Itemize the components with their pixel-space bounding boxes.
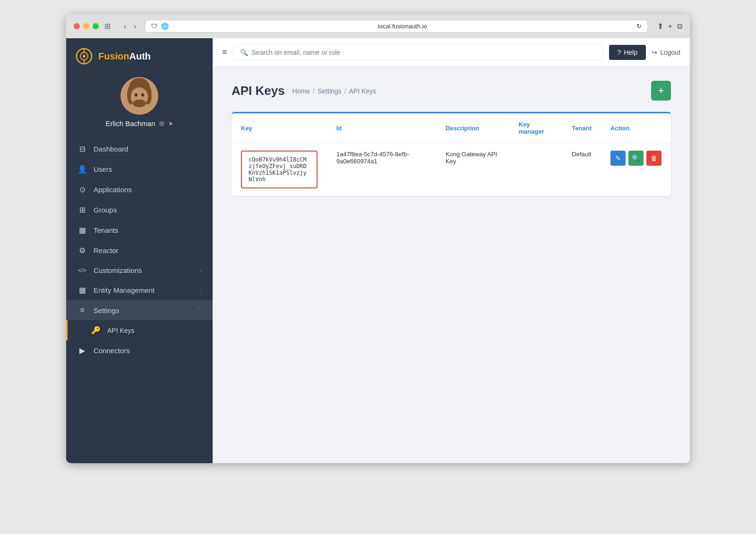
delete-api-key-button[interactable]: 🗑	[646, 151, 662, 166]
browser-actions: ⬆ + ⧉	[657, 22, 682, 31]
customizations-chevron-icon: ‹	[199, 268, 201, 273]
key-manager-cell	[509, 143, 563, 196]
edit-api-key-button[interactable]: ✎	[610, 151, 626, 166]
sidebar-item-label-dashboard: Dashboard	[94, 145, 201, 153]
sidebar-item-entity-management[interactable]: ▦ Entity Management ‹	[66, 280, 213, 300]
reactor-icon: ⚙	[77, 246, 87, 255]
connectors-chevron-icon: ▶	[77, 346, 87, 355]
logout-icon: ↪	[652, 49, 657, 56]
settings-icon: ≡	[77, 306, 87, 314]
page-title-row: API Keys Home / Settings / API Keys	[232, 84, 376, 98]
content-area: API Keys Home / Settings / API Keys +	[213, 67, 690, 463]
user-navigate-icon[interactable]: ➤	[168, 120, 173, 127]
address-bar[interactable]: 🛡 🌐 local.fusionauth.io ↻	[145, 20, 648, 33]
logout-button[interactable]: ↪ Logout	[652, 49, 680, 56]
api-keys-table-card: Key Id Description Key manager Tenant Ac…	[232, 112, 671, 196]
sidebar-item-label-connectors: Connectors	[94, 347, 201, 355]
api-keys-table: Key Id Description Key manager Tenant Ac…	[232, 113, 671, 196]
svg-point-11	[141, 93, 144, 97]
table-body: cQoB7kVu9h4lI8cCMzjfeOyZFevj_suDRDKnVzh1…	[232, 143, 671, 196]
breadcrumb: Home / Settings / API Keys	[292, 87, 376, 95]
view-api-key-button[interactable]: 🔍	[628, 151, 644, 166]
sidebar-item-dashboard[interactable]: ⊟ Dashboard	[66, 139, 213, 159]
breadcrumb-current: API Keys	[349, 87, 376, 95]
sidebar-item-applications[interactable]: ⊙ Applications	[66, 179, 213, 200]
tenant-cell: Default	[562, 143, 601, 196]
column-header-action: Action	[601, 113, 671, 143]
sidebar-item-label-groups: Groups	[94, 206, 201, 214]
sidebar-nav: ⊟ Dashboard 👤 Users ⊙ Applications ⊞ Gro…	[66, 137, 213, 363]
id-cell: 1a47f8ea-5c7d-4576-8efb-9a0e660974a1	[327, 143, 436, 196]
help-label: Help	[624, 49, 637, 56]
sidebar-item-api-keys[interactable]: 🔑 API Keys	[66, 320, 213, 340]
forward-button[interactable]: ›	[131, 21, 139, 32]
avatar	[120, 77, 158, 115]
sidebar: FusionAuth	[66, 38, 213, 463]
minimize-dot[interactable]	[83, 23, 89, 29]
url-text: local.fusionauth.io	[172, 23, 633, 30]
sidebar-item-label-entity-management: Entity Management	[94, 286, 193, 294]
entity-management-chevron-icon: ‹	[199, 288, 201, 293]
sidebar-item-groups[interactable]: ⊞ Groups	[66, 200, 213, 220]
browser-toolbar: ⊞ ‹ › 🛡 🌐 local.fusionauth.io ↻ ⬆ + ⧉	[66, 20, 690, 38]
api-key-id: 1a47f8ea-5c7d-4576-8efb-9a0e660974a1	[336, 151, 409, 165]
breadcrumb-home[interactable]: Home	[292, 87, 310, 95]
new-tab-button[interactable]: +	[668, 22, 672, 31]
help-question-icon: ?	[618, 49, 621, 56]
share-button[interactable]: ⬆	[657, 22, 663, 31]
page-title-section: API Keys Home / Settings / API Keys	[232, 84, 376, 98]
customizations-icon: </>	[77, 267, 87, 274]
action-cell: ✎ 🔍 🗑	[601, 143, 671, 196]
svg-point-2	[83, 55, 86, 58]
api-key-tenant: Default	[572, 151, 591, 158]
search-icon: 🔍	[240, 49, 248, 56]
page-title: API Keys	[232, 84, 285, 98]
back-button[interactable]: ‹	[121, 21, 129, 32]
breadcrumb-sep-1: /	[313, 87, 315, 95]
api-key-description: Kong Gateway API Key	[446, 151, 497, 165]
sidebar-item-tenants[interactable]: ▦ Tenants	[66, 220, 213, 240]
svg-point-10	[135, 93, 137, 97]
search-container: 🔍	[233, 44, 603, 60]
action-buttons: ✎ 🔍 🗑	[610, 151, 662, 166]
sidebar-item-label-api-keys: API Keys	[107, 327, 201, 334]
shield-icon: 🛡	[151, 23, 157, 30]
close-dot[interactable]	[74, 23, 80, 29]
avatar-image	[120, 77, 158, 115]
breadcrumb-settings[interactable]: Settings	[318, 87, 342, 95]
menu-toggle-button[interactable]: ≡	[222, 47, 227, 57]
globe-icon: 🌐	[161, 23, 169, 30]
description-cell: Kong Gateway API Key	[436, 143, 509, 196]
sidebar-item-label-tenants: Tenants	[94, 226, 201, 234]
reload-icon[interactable]: ↻	[636, 23, 642, 30]
sidebar-header: FusionAuth	[66, 38, 213, 72]
sidebar-item-connectors[interactable]: ▶ Connectors	[66, 340, 213, 361]
copy-button[interactable]: ⧉	[677, 22, 682, 31]
add-api-key-button[interactable]: +	[651, 81, 671, 101]
groups-icon: ⊞	[77, 205, 87, 214]
app-container: FusionAuth	[66, 38, 690, 463]
api-keys-icon: 🔑	[91, 326, 101, 335]
dashboard-icon: ⊟	[77, 144, 87, 153]
help-button[interactable]: ? Help	[609, 45, 646, 60]
breadcrumb-sep-2: /	[344, 87, 346, 95]
column-header-tenant: Tenant	[562, 113, 601, 143]
sidebar-item-label-users: Users	[94, 165, 201, 173]
main-content: ≡ 🔍 ? Help ↪ Logout	[213, 38, 690, 463]
sidebar-item-users[interactable]: 👤 Users	[66, 159, 213, 179]
page-header: API Keys Home / Settings / API Keys +	[232, 81, 671, 101]
svg-point-12	[133, 100, 146, 107]
sidebar-item-reactor[interactable]: ⚙ Reactor	[66, 240, 213, 261]
table-header: Key Id Description Key manager Tenant Ac…	[232, 113, 671, 143]
sidebar-item-label-settings: Settings	[94, 306, 192, 314]
sidebar-item-settings[interactable]: ≡ Settings ˅	[66, 300, 213, 320]
search-input[interactable]	[252, 49, 596, 56]
sidebar-item-customizations[interactable]: </> Customizations ‹	[66, 261, 213, 280]
sidebar-toggle-button[interactable]: ⊞	[104, 22, 111, 31]
sidebar-item-label-customizations: Customizations	[94, 266, 193, 274]
table-row: cQoB7kVu9h4lI8cCMzjfeOyZFevj_suDRDKnVzh1…	[232, 143, 671, 196]
column-header-id: Id	[327, 113, 436, 143]
user-profile-icon[interactable]: ⊞	[159, 120, 164, 127]
maximize-dot[interactable]	[93, 23, 99, 29]
api-key-value: cQoB7kVu9h4lI8cCMzjfeOyZFevj_suDRDKnVzh1…	[241, 151, 318, 188]
